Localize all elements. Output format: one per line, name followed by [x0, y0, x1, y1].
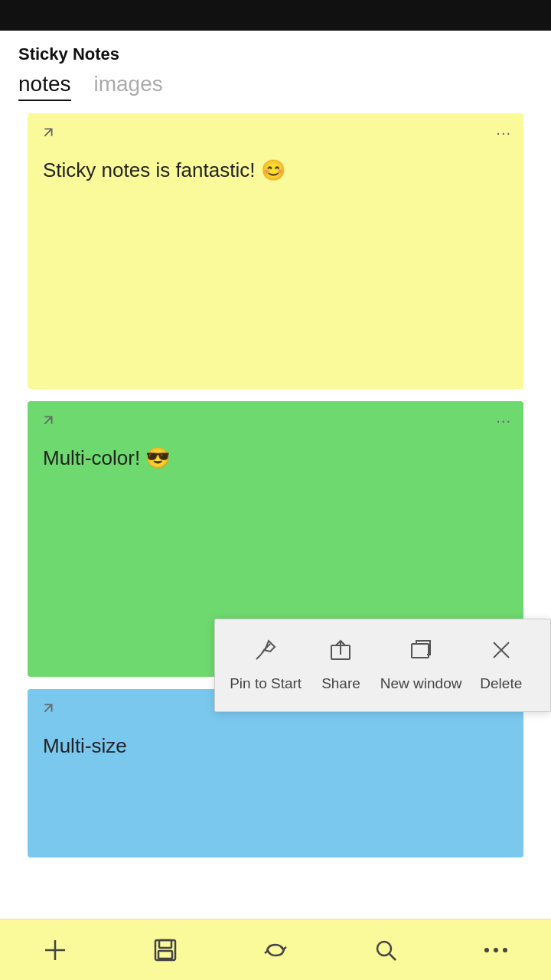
note-menu-2[interactable]: ··· — [496, 412, 511, 430]
app-header: Sticky Notes — [0, 31, 551, 72]
pin-icon — [253, 638, 278, 668]
note-text-2: Multi-color! 😎 — [43, 444, 508, 472]
notes-container: ··· Sticky notes is fantastic! 😊 ··· Mul… — [0, 113, 551, 858]
svg-rect-7 — [412, 644, 429, 658]
bottom-toolbar — [0, 919, 551, 980]
expand-icon-2[interactable] — [40, 412, 57, 433]
svg-line-0 — [44, 129, 51, 136]
search-button[interactable] — [363, 927, 409, 973]
more-button[interactable] — [473, 927, 519, 973]
ctx-new-window[interactable]: New window — [380, 638, 462, 693]
svg-point-18 — [494, 948, 498, 952]
note-text-1: Sticky notes is fantastic! 😊 — [43, 156, 508, 184]
note-card-1: ··· Sticky notes is fantastic! 😊 — [28, 113, 523, 389]
context-menu: Pin to Start Share New window De — [214, 619, 551, 712]
ctx-delete-label: Delete — [480, 675, 522, 693]
svg-point-15 — [377, 942, 391, 956]
ctx-pin[interactable]: Pin to Start — [230, 638, 302, 693]
expand-icon-3[interactable] — [40, 700, 57, 720]
new-window-icon — [409, 638, 433, 668]
add-button[interactable] — [32, 927, 78, 973]
svg-line-2 — [44, 704, 51, 711]
ctx-share[interactable]: Share — [306, 638, 375, 693]
ctx-share-label: Share — [321, 675, 360, 693]
note-text-3: Multi-size — [43, 732, 508, 760]
svg-point-19 — [503, 948, 507, 952]
svg-rect-13 — [159, 940, 171, 948]
svg-point-17 — [484, 948, 489, 952]
ctx-new-window-label: New window — [380, 675, 462, 693]
note-card-3: ··· Multi-size — [28, 689, 523, 858]
sync-button[interactable] — [253, 927, 298, 973]
status-bar — [0, 0, 551, 31]
svg-line-1 — [44, 416, 51, 423]
svg-rect-14 — [158, 951, 172, 959]
note-menu-1[interactable]: ··· — [496, 124, 511, 142]
delete-icon — [489, 638, 514, 668]
svg-line-3 — [256, 655, 261, 659]
tabs-bar: notes images — [0, 72, 551, 101]
tab-notes[interactable]: notes — [18, 72, 71, 101]
svg-line-16 — [390, 954, 396, 960]
tab-images[interactable]: images — [94, 72, 163, 101]
save-button[interactable] — [142, 927, 188, 973]
ctx-pin-label: Pin to Start — [230, 675, 302, 693]
ctx-delete[interactable]: Delete — [467, 638, 536, 693]
expand-icon-1[interactable] — [40, 124, 57, 145]
share-icon — [328, 638, 353, 668]
app-title: Sticky Notes — [18, 44, 119, 64]
